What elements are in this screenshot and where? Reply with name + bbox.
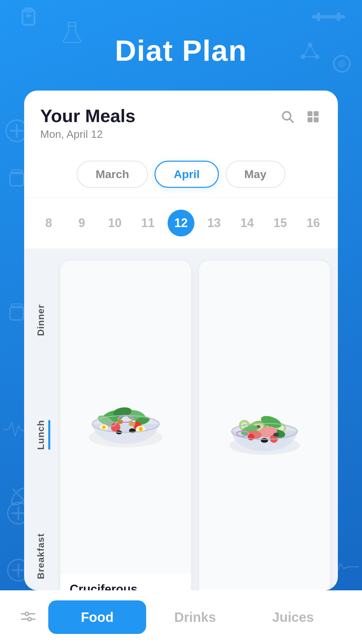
meal-cards: Cruciferous Vegetables xyxy=(58,256,338,590)
meal-label-dinner: Dinner xyxy=(36,304,46,336)
meal-card-title-1: Cruciferous Vegetables xyxy=(60,574,191,590)
search-icon[interactable] xyxy=(279,108,296,125)
meal-card-img-2 xyxy=(199,261,330,589)
date-13[interactable]: 13 xyxy=(201,210,228,236)
meal-card-img-1 xyxy=(60,261,191,574)
tab-bar: Food Drinks Juices xyxy=(0,590,362,644)
date-strip: 8 9 10 11 12 13 14 15 16 xyxy=(24,198,338,249)
svg-line-32 xyxy=(290,119,293,122)
month-april[interactable]: April xyxy=(155,161,219,188)
svg-rect-33 xyxy=(308,111,313,116)
meals-title: Your Meals xyxy=(40,105,135,126)
date-14[interactable]: 14 xyxy=(234,210,260,236)
svg-point-53 xyxy=(102,426,106,429)
svg-point-75 xyxy=(273,433,279,437)
svg-rect-35 xyxy=(308,117,313,122)
tab-food[interactable]: Food xyxy=(48,600,146,634)
header-left: Your Meals Mon, April 12 xyxy=(40,105,135,141)
date-9[interactable]: 9 xyxy=(68,210,95,236)
meals-section: Dinner Lunch Breakfast xyxy=(24,249,338,590)
svg-point-74 xyxy=(261,438,268,443)
date-10[interactable]: 10 xyxy=(102,210,128,236)
grid-icon[interactable] xyxy=(304,108,322,125)
date-12[interactable]: 12 xyxy=(168,210,194,236)
month-selector: March April May xyxy=(24,151,338,198)
salad-illustration-2 xyxy=(224,392,305,459)
month-may[interactable]: May xyxy=(226,161,285,188)
date-15[interactable]: 15 xyxy=(267,210,294,236)
svg-point-51 xyxy=(139,427,143,431)
date-11[interactable]: 11 xyxy=(134,210,161,236)
salad-illustration-1 xyxy=(85,384,166,451)
tab-drinks[interactable]: Drinks xyxy=(146,600,244,634)
card-header: Your Meals Mon, April 12 xyxy=(24,91,338,151)
tab-juices[interactable]: Juices xyxy=(244,600,342,634)
svg-rect-36 xyxy=(314,117,319,122)
svg-rect-34 xyxy=(314,111,319,116)
filter-icon[interactable] xyxy=(20,608,36,626)
meal-card-1[interactable]: Cruciferous Vegetables xyxy=(60,261,191,590)
app-title: Diat Plan xyxy=(0,0,362,68)
date-16[interactable]: 16 xyxy=(300,210,327,236)
meal-label-lunch: Lunch xyxy=(36,420,46,450)
meal-label-breakfast: Breakfast xyxy=(36,533,46,579)
header-icons xyxy=(279,108,322,125)
main-card: Your Meals Mon, April 12 March xyxy=(24,91,338,590)
date-8[interactable]: 8 xyxy=(35,210,62,236)
meals-date: Mon, April 12 xyxy=(40,128,135,141)
meal-labels: Dinner Lunch Breakfast xyxy=(24,256,58,590)
svg-rect-27 xyxy=(10,172,23,186)
svg-rect-29 xyxy=(10,307,23,320)
meal-card-2[interactable]: Leafy Greens xyxy=(199,261,330,590)
month-march[interactable]: March xyxy=(77,161,148,188)
